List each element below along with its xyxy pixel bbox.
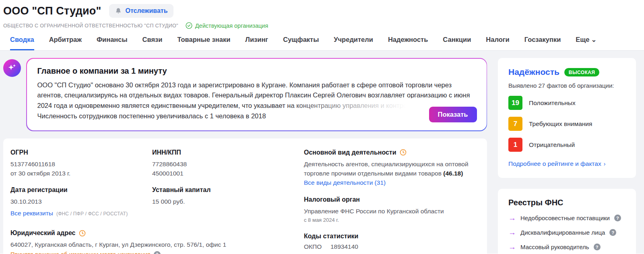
all-activities-link[interactable]: Все виды деятельности (31) (304, 179, 386, 186)
show-button[interactable]: Показать (429, 107, 477, 122)
tab-sanktsii[interactable]: Санкции (443, 36, 471, 50)
tab-suschfakty[interactable]: Сущфакты (283, 36, 319, 50)
stat-codes-field: Коды статистики ОКПО 18934140 ОКАТО 3740… (304, 233, 479, 254)
positive-facts-row: 19 Положительных (508, 96, 625, 110)
kpp-value: 450001001 (152, 169, 297, 178)
fns-registries-title: Реестры ФНС (508, 198, 625, 207)
positive-facts-label: Положительных (529, 99, 576, 107)
company-name: ООО "СП Студио" (3, 5, 101, 17)
registry-item-mass-director[interactable]: → Массовый руководитель ? (508, 243, 625, 251)
legal-address-field: Юридический адрес 640027, Курганская обл… (10, 229, 297, 254)
question-icon[interactable]: ? (154, 251, 161, 254)
requisites-note: (ФНС / ПФР / ФСС / РОССТАТ) (56, 211, 128, 217)
attention-facts-label: Требующих внимания (529, 120, 592, 128)
chevron-right-icon: › (604, 161, 606, 167)
tab-lizing[interactable]: Лизинг (245, 36, 268, 50)
ogrn-field: ОГРН 5137746011618 от 30 октября 2013 г. (10, 149, 152, 178)
ai-summary-title: Главное о компании за 1 минуту (37, 66, 476, 76)
stat-code-name: ОКПО (304, 243, 330, 250)
follow-button[interactable]: Отслеживать (109, 4, 173, 18)
company-details-card: ОГРН 5137746011618 от 30 октября 2013 г.… (3, 138, 487, 254)
ogrn-label: ОГРН (10, 149, 152, 156)
clock-icon (400, 149, 407, 156)
legal-address-label: Юридический адрес (10, 229, 76, 237)
inn-kpp-label: ИНН/КПП (152, 149, 297, 156)
capital-value: 15 000 руб. (152, 197, 297, 206)
negative-facts-count: 1 (508, 138, 522, 152)
sidebar: Надёжность ВЫСОКАЯ Выявлено 27 фактов об… (498, 58, 636, 254)
main-activity-field: Основной вид деятельности Деятельность а… (304, 149, 479, 187)
address-warning: Принято решение об изменении места нахож… (10, 251, 151, 254)
registry-item-disqualified-persons[interactable]: → Дисквалифицированные лица ? (508, 229, 625, 236)
reliability-level-badge: ВЫСОКАЯ (564, 68, 600, 76)
reliability-title: Надёжность (508, 67, 559, 77)
arrow-right-icon: → (508, 243, 516, 251)
registry-item-unfair-suppliers[interactable]: → Недобросовестные поставщики ? (508, 214, 625, 222)
check-circle-icon (186, 22, 192, 29)
status-badge: Действующая организация (186, 22, 268, 29)
registration-date-value: 30.10.2013 (10, 197, 152, 206)
capital-label: Уставный капитал (152, 186, 297, 194)
tax-authority-since: с 8 мая 2024 г. (304, 217, 479, 223)
stat-code-row: ОКПО 18934140 (304, 243, 479, 250)
registration-date-label: Дата регистрации (10, 186, 152, 194)
page-header: ООО "СП Студио" Отслеживать ОБЩЕСТВО С О… (0, 0, 644, 29)
follow-label: Отслеживать (125, 7, 167, 14)
clock-icon (79, 230, 86, 237)
inn-kpp-field: ИНН/КПП 7728860438 450001001 (152, 149, 297, 178)
ai-sparkle-icon (3, 59, 21, 77)
negative-facts-row: 1 Отрицательный (508, 138, 625, 152)
tab-svodka[interactable]: Сводка (10, 36, 34, 50)
question-icon[interactable]: ? (609, 229, 616, 236)
stat-code-value: 18934140 (330, 243, 358, 250)
reliability-card: Надёжность ВЫСОКАЯ Выявлено 27 фактов об… (498, 58, 636, 178)
content-area: Главное о компании за 1 минуту ООО "СП С… (0, 51, 644, 254)
tab-finansy[interactable]: Финансы (97, 36, 128, 50)
tab-goszakupki[interactable]: Госзакупки (524, 36, 561, 50)
tab-uchrediteli[interactable]: Учредители (334, 36, 373, 50)
inn-value: 7728860438 (152, 159, 297, 169)
attention-facts-row: 7 Требующих внимания (508, 117, 625, 131)
fns-registries-card: Реестры ФНС → Недобросовестные поставщик… (498, 189, 636, 254)
tab-arbitrazh[interactable]: Арбитраж (49, 36, 82, 50)
rating-details-link[interactable]: Подробнее о рейтинге и фактах› (508, 160, 605, 167)
tax-authority-label: Налоговый орган (304, 196, 479, 203)
tab-nadezhnost[interactable]: Надежность (388, 36, 428, 50)
tab-svyazi[interactable]: Связи (142, 36, 163, 50)
arrow-right-icon: → (508, 229, 516, 236)
tab-more[interactable]: Еще⌄ (576, 36, 597, 50)
positive-facts-count: 19 (508, 96, 522, 110)
chevron-down-icon: ⌄ (591, 36, 597, 43)
registration-date-field: Дата регистрации 30.10.2013 Все реквизит… (10, 186, 152, 217)
status-label: Действующая организация (195, 23, 268, 29)
attention-facts-count: 7 (508, 117, 522, 131)
tab-nalogi[interactable]: Налоги (486, 36, 509, 50)
question-icon[interactable]: ? (614, 215, 621, 221)
tab-tovarnye-znaki[interactable]: Товарные знаки (177, 36, 230, 50)
tax-authority-value: Управление ФНС России по Курганской обла… (304, 207, 479, 216)
negative-facts-label: Отрицательный (529, 141, 575, 149)
ogrn-value: 5137746011618 (10, 159, 152, 169)
all-requisites-link[interactable]: Все реквизиты (10, 210, 53, 217)
reliability-subtitle: Выявлено 27 фактов об организации: (508, 82, 625, 89)
capital-field: Уставный капитал 15 000 руб. (152, 186, 297, 217)
question-icon[interactable]: ? (594, 244, 601, 250)
tax-authority-field: Налоговый орган Управление ФНС России по… (304, 196, 479, 223)
main-activity-label: Основной вид деятельности (304, 149, 396, 156)
arrow-right-icon: → (508, 214, 516, 222)
tab-bar: Сводка Арбитраж Финансы Связи Товарные з… (0, 29, 644, 51)
main-column: Главное о компании за 1 минуту ООО "СП С… (3, 58, 487, 254)
main-activity-code: (46.18) (443, 170, 463, 177)
legal-address-value: 640027, Курганская область, г Курган, ул… (10, 240, 297, 249)
stat-codes-label: Коды статистики (304, 233, 479, 240)
bell-icon (115, 8, 122, 14)
ai-summary-card: Главное о компании за 1 минуту ООО "СП С… (26, 58, 487, 131)
ogrn-date: от 30 октября 2013 г. (10, 169, 152, 178)
company-full-name: ОБЩЕСТВО С ОГРАНИЧЕННОЙ ОТВЕТСТВЕННОСТЬЮ… (3, 23, 178, 29)
